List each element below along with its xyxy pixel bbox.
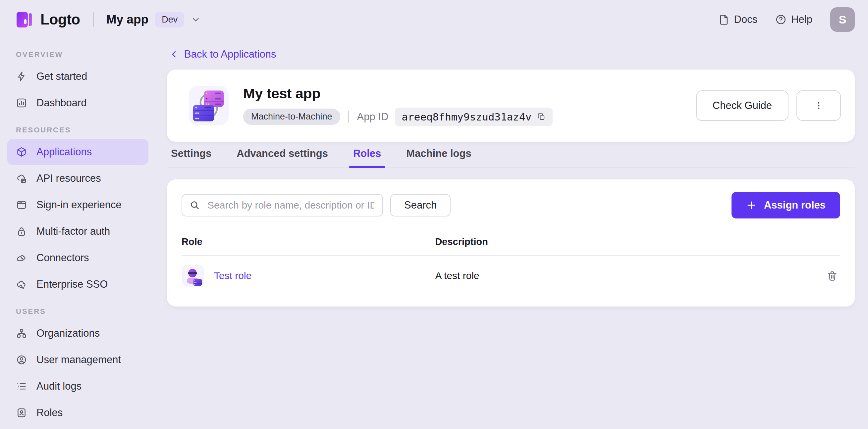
cloud-icon <box>16 173 27 184</box>
plus-icon <box>746 200 757 210</box>
sidebar-item-label: Applications <box>36 146 92 158</box>
sidebar-item-api-resources[interactable]: API resources <box>7 166 148 191</box>
app-detail-tabs: Settings Advanced settings Roles Machine… <box>167 147 855 167</box>
sidebar-item-audit-logs[interactable]: Audit logs <box>7 373 148 399</box>
column-header-role: Role <box>182 236 435 247</box>
topbar-divider <box>93 12 94 27</box>
app-header-card: My test app Machine-to-Machine App ID ar… <box>167 69 855 142</box>
main-content: Back to Applications <box>156 39 868 429</box>
logto-logo-icon <box>13 9 34 30</box>
sidebar-item-multi-factor-auth[interactable]: Multi-factor auth <box>7 219 148 244</box>
section-label-users: USERS <box>16 307 148 316</box>
back-link-label: Back to Applications <box>184 48 276 60</box>
tenant-switcher[interactable]: My app Dev <box>106 12 201 28</box>
trash-icon <box>826 270 838 282</box>
table-row: Test role A test role <box>182 256 840 287</box>
docs-link[interactable]: Docs <box>718 13 758 26</box>
delete-role-button[interactable] <box>824 268 840 284</box>
tenant-name: My app <box>106 12 148 27</box>
sidebar-item-label: Roles <box>36 407 63 419</box>
app-id-chip[interactable]: areeq8fhmy9szud31az4v <box>395 107 553 126</box>
sidebar-item-sign-in-experience[interactable]: Sign-in experience <box>7 192 148 218</box>
sidebar-item-enterprise-sso[interactable]: Enterprise SSO <box>7 271 148 297</box>
app-title: My test app <box>243 86 553 102</box>
app-type-badge: Machine-to-Machine <box>243 108 340 125</box>
sidebar-item-label: Connectors <box>36 252 89 264</box>
app-id-label: App ID <box>357 111 389 123</box>
avatar-initial: S <box>839 13 846 26</box>
user-circle-icon <box>16 354 27 365</box>
logto-home-link[interactable]: Logto <box>13 9 80 30</box>
sidebar-item-label: API resources <box>36 172 101 185</box>
user-avatar[interactable]: S <box>830 7 855 32</box>
sidebar-item-label: Multi-factor auth <box>36 225 110 237</box>
brand-name: Logto <box>40 11 80 28</box>
sidebar-item-label: User management <box>36 354 121 366</box>
kebab-icon <box>813 100 824 111</box>
sidebar-item-label: Audit logs <box>36 380 82 392</box>
sidebar-item-label: Enterprise SSO <box>36 278 108 290</box>
back-to-applications-link[interactable]: Back to Applications <box>169 48 276 60</box>
column-header-actions <box>814 236 840 247</box>
sidebar-item-applications[interactable]: Applications <box>7 139 148 165</box>
search-button[interactable]: Search <box>390 194 451 217</box>
browser-icon <box>16 199 27 210</box>
meta-divider <box>348 111 349 123</box>
bar-chart-icon <box>16 97 27 108</box>
cube-icon <box>16 146 27 158</box>
document-icon <box>718 14 730 25</box>
sidebar-item-label: Organizations <box>36 327 100 339</box>
tab-advanced-settings[interactable]: Advanced settings <box>235 147 330 167</box>
sidebar: OVERVIEW Get started Dashboard RESOURCES… <box>0 39 156 429</box>
topbar: Logto My app Dev Docs <box>0 0 868 39</box>
sidebar-item-label: Dashboard <box>36 97 87 109</box>
sso-cloud-icon <box>16 279 27 290</box>
connectors-icon <box>16 252 27 263</box>
copy-icon[interactable] <box>537 112 546 122</box>
lock-icon <box>16 226 27 237</box>
role-search-input[interactable] <box>182 194 383 217</box>
assign-roles-button[interactable]: Assign roles <box>732 192 840 219</box>
org-chart-icon <box>16 328 27 339</box>
m2m-app-icon <box>188 85 229 126</box>
tab-settings[interactable]: Settings <box>169 147 213 167</box>
search-icon <box>189 200 200 210</box>
audit-list-icon <box>16 381 27 392</box>
check-guide-button[interactable]: Check Guide <box>696 90 788 121</box>
column-header-description: Description <box>435 236 814 247</box>
help-label: Help <box>791 13 812 26</box>
role-description: A test role <box>435 270 814 282</box>
env-badge: Dev <box>155 12 184 28</box>
role-name-link[interactable]: Test role <box>214 270 251 282</box>
sidebar-item-organizations[interactable]: Organizations <box>7 321 148 346</box>
tab-roles[interactable]: Roles <box>351 147 383 167</box>
roles-table-header: Role Description <box>182 236 840 256</box>
sidebar-item-roles[interactable]: Roles <box>7 400 148 426</box>
assign-roles-label: Assign roles <box>764 199 826 211</box>
sidebar-item-connectors[interactable]: Connectors <box>7 245 148 271</box>
section-label-resources: RESOURCES <box>16 126 148 134</box>
sidebar-item-user-management[interactable]: User management <box>7 347 148 373</box>
tab-machine-logs[interactable]: Machine logs <box>404 147 473 167</box>
help-icon <box>775 14 786 25</box>
lightning-icon <box>16 71 27 82</box>
help-link[interactable]: Help <box>775 13 812 26</box>
role-avatar-icon <box>182 264 204 287</box>
roles-table: Role Description <box>182 236 840 287</box>
roles-panel: Search Assign roles Role Description <box>167 179 855 306</box>
sidebar-item-dashboard[interactable]: Dashboard <box>7 90 148 116</box>
role-badge-icon <box>16 407 27 419</box>
app-id-value: areeq8fhmy9szud31az4v <box>402 111 531 123</box>
chevron-left-icon <box>169 50 179 59</box>
chevron-down-icon <box>191 14 201 25</box>
sidebar-item-label: Sign-in experience <box>36 199 122 211</box>
more-actions-button[interactable] <box>797 90 841 121</box>
sidebar-item-get-started[interactable]: Get started <box>7 64 148 89</box>
docs-label: Docs <box>734 13 758 26</box>
sidebar-item-label: Get started <box>36 70 87 82</box>
section-label-overview: OVERVIEW <box>16 50 148 59</box>
